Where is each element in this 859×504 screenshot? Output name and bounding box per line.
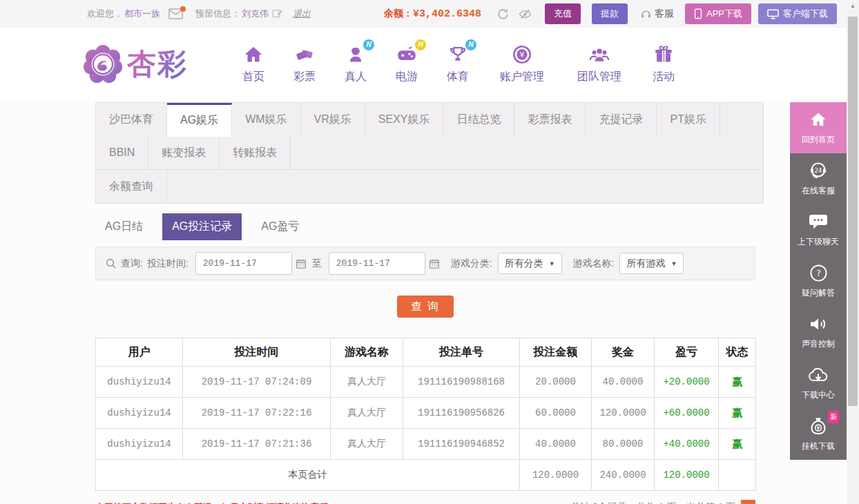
recharge-button[interactable]: 充值 — [545, 3, 581, 24]
logout-link[interactable]: 退出 — [293, 8, 311, 20]
svg-text:?: ? — [816, 268, 821, 278]
refresh-icon[interactable] — [496, 8, 510, 21]
table-header-row: 用户 投注时间 游戏名称 投注单号 投注金额 奖金 盈亏 状态 — [96, 338, 756, 367]
scrollbar-thumb[interactable] — [848, 17, 858, 406]
edit-icon[interactable] — [272, 8, 283, 19]
side-item-idle-download[interactable]: ¥ 新 挂机下载 — [790, 409, 847, 460]
nav-item-activities[interactable]: 活动 — [638, 44, 689, 84]
tab-lottery-report[interactable]: 彩票报表 — [514, 103, 586, 136]
side-item-faq[interactable]: ? 疑问解答 — [790, 255, 847, 307]
svg-text:¥: ¥ — [816, 425, 820, 432]
browser-scrollbar[interactable]: ▲ — [847, 0, 859, 504]
query-label: 查询: — [121, 258, 143, 270]
col-game-name: 游戏名称 — [331, 338, 403, 367]
col-status: 状态 — [719, 338, 756, 367]
tab-balance-query[interactable]: 余额查询 — [96, 170, 167, 203]
side-item-label: 在线客服 — [802, 185, 835, 197]
col-prize: 奖金 — [592, 338, 655, 367]
cell-bet-time: 2019-11-17 07:21:36 — [183, 429, 331, 460]
cell-bet-time: 2019-11-17 07:24:09 — [183, 367, 331, 398]
table-total-row: 本页合计 120.0000 240.0000 120.0000 — [96, 460, 756, 491]
customer-service-link[interactable]: 客服 — [640, 8, 674, 20]
table-row: dushiyizu14 2019-11-17 07:22:16 真人大厅 191… — [96, 398, 756, 429]
cloud-download-icon — [808, 365, 829, 385]
date-from-input[interactable] — [195, 252, 292, 275]
tab-account-change-report[interactable]: 账变报表 — [148, 136, 220, 169]
gamepad-icon: H — [396, 44, 417, 65]
subtab-ag-bet-records[interactable]: AG投注记录 — [162, 213, 242, 240]
nav-label: 真人 — [345, 70, 367, 84]
tab-shaba-sports[interactable]: 沙巴体育 — [96, 103, 167, 136]
query-submit-button[interactable]: 查 询 — [397, 295, 454, 318]
cell-prize: 120.0000 — [592, 398, 655, 429]
nav-item-sports[interactable]: N 体育 — [432, 44, 483, 84]
pagination: 总计 3个记录，分为 1 页，当前第 1 页 1 — [570, 500, 755, 504]
side-item-chat[interactable]: 上下级聊天 — [790, 204, 847, 255]
tab-sexy-entertainment[interactable]: SEXY娱乐 — [365, 103, 444, 136]
game-name-label: 游戏名称: — [573, 258, 615, 270]
cell-game-name: 真人大厅 — [331, 367, 403, 398]
reserved-name: 刘克伟 — [242, 8, 269, 20]
tab-transfer-report[interactable]: 转账报表 — [220, 136, 291, 169]
side-item-online-service[interactable]: 24 在线客服 — [790, 153, 847, 204]
game-category-label: 游戏分类: — [451, 258, 492, 270]
cell-user: dushiyizu14 — [96, 398, 183, 429]
cell-profit: +40.0000 — [655, 429, 719, 460]
nav-item-live-casino[interactable]: N 真人 — [330, 44, 381, 84]
cell-bet-time: 2019-11-17 07:22:16 — [183, 398, 331, 429]
eye-off-icon[interactable] — [518, 8, 532, 21]
tab-deposit-withdraw-record[interactable]: 充提记录 — [586, 103, 657, 136]
cell-profit: +60.0000 — [655, 398, 719, 429]
calendar-icon[interactable] — [296, 258, 307, 269]
col-user: 用户 — [96, 338, 183, 367]
nav-item-team-management[interactable]: 团队管理 — [561, 44, 638, 84]
tab-bbin[interactable]: BBIN — [96, 136, 148, 169]
subtab-ag-daily[interactable]: AG日结 — [95, 213, 153, 240]
game-name-select[interactable]: 所有游戏 ▼ — [619, 253, 684, 274]
client-download-button[interactable]: 客户端下载 — [758, 3, 837, 24]
cell-order-no: 191116190988168 — [403, 367, 520, 398]
ag-subtabs: AG日结 AG投注记录 AG盈亏 — [95, 213, 755, 240]
new-badge: 新 — [828, 411, 839, 423]
date-to-input[interactable] — [329, 252, 425, 275]
total-prize: 240.0000 — [592, 460, 655, 491]
nav-label: 体育 — [447, 70, 469, 84]
tab-pt-entertainment[interactable]: PT娱乐 — [657, 103, 720, 136]
tab-ag-entertainment[interactable]: AG娱乐 — [167, 103, 232, 136]
site-logo[interactable]: 杏彩 — [83, 44, 188, 84]
balance-value: ¥3,402.6348 — [413, 8, 481, 20]
side-item-sound-control[interactable]: 声音控制 — [790, 307, 847, 358]
nav-item-electronic-games[interactable]: H 电游 — [381, 44, 432, 84]
withdraw-label: 提款 — [601, 8, 619, 20]
tab-vr-entertainment[interactable]: VR娱乐 — [301, 103, 365, 136]
client-download-label: 客户端下载 — [783, 8, 828, 20]
col-bet-amount: 投注金额 — [520, 338, 592, 367]
home-icon — [809, 110, 827, 129]
game-category-select[interactable]: 所有分类 ▼ — [498, 253, 562, 274]
cell-prize: 40.0000 — [592, 367, 655, 398]
side-item-back-to-home[interactable]: 回到首页 — [790, 102, 847, 153]
cell-user: dushiyizu14 — [96, 367, 183, 398]
tab-wm-entertainment[interactable]: WM娱乐 — [232, 103, 300, 136]
monitor-icon — [767, 9, 779, 19]
tab-daily-summary[interactable]: 日结总览 — [443, 103, 514, 136]
nav-item-account-management[interactable]: ¥ 账户管理 — [483, 44, 561, 84]
side-item-label: 疑问解答 — [802, 287, 835, 299]
cell-status: 赢 — [719, 429, 756, 460]
message-envelope-icon[interactable] — [168, 8, 183, 19]
subtab-ag-profit[interactable]: AG盈亏 — [251, 213, 309, 240]
calendar-icon[interactable] — [429, 258, 440, 269]
coin-yuan-icon: ¥ — [512, 44, 532, 65]
page-number-button[interactable]: 1 — [741, 500, 755, 504]
total-bet-amount: 120.0000 — [520, 460, 592, 491]
question-circle-icon: ? — [809, 263, 828, 282]
app-download-button[interactable]: APP下载 — [685, 3, 751, 24]
username: 都市一族 — [124, 8, 160, 20]
nav-item-home[interactable]: 首页 — [228, 44, 279, 84]
side-item-download-center[interactable]: 下载中心 — [790, 358, 847, 409]
speaker-icon — [809, 314, 828, 333]
withdraw-button[interactable]: 提款 — [592, 3, 628, 24]
nav-item-lottery[interactable]: 彩票 — [279, 44, 330, 84]
cell-bet-amount: 20.0000 — [520, 367, 592, 398]
scrollbar-up-arrow[interactable]: ▲ — [847, 0, 859, 11]
